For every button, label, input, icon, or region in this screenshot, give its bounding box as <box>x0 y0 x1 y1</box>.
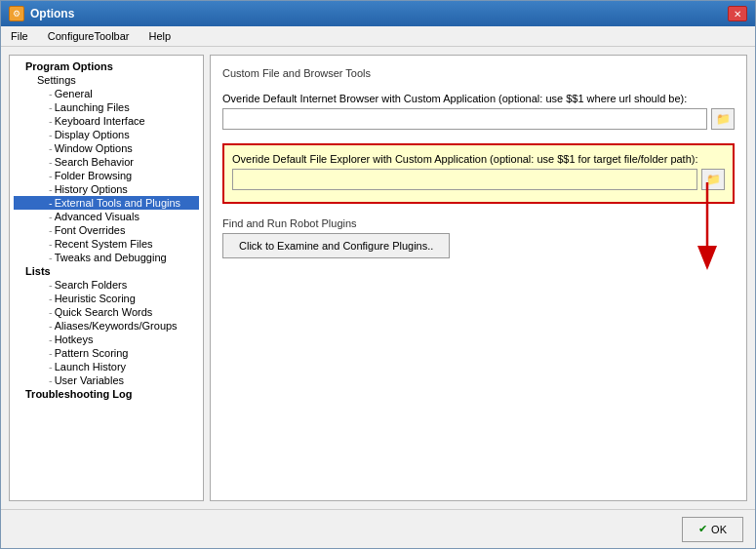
menu-configure-toolbar[interactable]: ConfigureToolbar <box>42 28 136 44</box>
sidebar-item-aliases-keywords[interactable]: -Aliases/Keywords/Groups <box>14 319 199 333</box>
file-explorer-input-row: 📁 <box>232 169 725 190</box>
sidebar-item-advanced-visuals[interactable]: -Advanced Visuals <box>14 210 199 223</box>
browse-icon: 📁 <box>716 112 731 126</box>
browser-browse-button[interactable]: 📁 <box>711 108 735 130</box>
sidebar-item-program-options[interactable]: Program Options <box>14 59 199 73</box>
ok-check-icon: ✔ <box>698 523 707 535</box>
footer: ✔ OK <box>1 509 755 548</box>
window-icon: ⚙ <box>9 6 24 21</box>
browser-input[interactable] <box>222 108 707 130</box>
sidebar-item-troubleshooting[interactable]: Troubleshooting Log <box>14 387 199 401</box>
sidebar-item-keyboard-interface[interactable]: -Keyboard Interface <box>14 114 199 128</box>
window-title: Options <box>30 7 74 20</box>
plugins-button[interactable]: Click to Examine and Configure Plugins.. <box>222 233 450 258</box>
sidebar-item-external-tools[interactable]: -External Tools and Plugins <box>14 196 199 210</box>
browser-tool-section: Overide Default Internet Browser with Cu… <box>222 93 735 134</box>
ok-button[interactable]: ✔ OK <box>682 517 743 542</box>
file-explorer-browse-button[interactable]: 📁 <box>701 169 725 190</box>
sidebar-item-pattern-scoring[interactable]: -Pattern Scoring <box>14 346 199 360</box>
main-content: Program Options Settings -General -Launc… <box>1 47 755 509</box>
browse-icon-2: 📁 <box>706 173 721 186</box>
sidebar-item-folder-browsing[interactable]: -Folder Browsing <box>14 169 199 182</box>
sidebar-item-search-folders[interactable]: -Search Folders <box>14 278 199 292</box>
browser-label: Overide Default Internet Browser with Cu… <box>222 93 735 104</box>
sidebar-item-tweaks-debugging[interactable]: -Tweaks and Debugging <box>14 251 199 264</box>
browser-input-row: 📁 <box>222 108 735 130</box>
sidebar-item-history-options[interactable]: -History Options <box>14 182 199 196</box>
main-window: ⚙ Options ✕ File ConfigureToolbar Help P… <box>0 0 756 549</box>
menu-bar: File ConfigureToolbar Help <box>1 26 755 47</box>
sidebar-item-search-behavior[interactable]: -Search Behavior <box>14 155 199 169</box>
ok-label: OK <box>711 524 727 535</box>
title-controls: ✕ <box>728 6 747 21</box>
sidebar-item-display-options[interactable]: -Display Options <box>14 128 199 141</box>
sidebar-item-settings[interactable]: Settings <box>14 73 199 87</box>
close-button[interactable]: ✕ <box>728 6 747 21</box>
sidebar-item-heuristic-scoring[interactable]: -Heuristic Scoring <box>14 292 199 305</box>
sidebar-item-user-variables[interactable]: -User Variables <box>14 373 199 387</box>
plugins-title: Find and Run Robot Plugins <box>222 217 735 229</box>
right-panel: Custom File and Browser Tools Overide De… <box>210 55 747 501</box>
title-bar: ⚙ Options ✕ <box>1 1 755 26</box>
menu-file[interactable]: File <box>5 28 34 44</box>
sidebar-item-launching-files[interactable]: -Launching Files <box>14 100 199 114</box>
section-title: Custom File and Browser Tools <box>222 67 735 79</box>
sidebar-item-launch-history[interactable]: -Launch History <box>14 360 199 373</box>
plugins-section: Find and Run Robot Plugins Click to Exam… <box>222 217 735 258</box>
sidebar: Program Options Settings -General -Launc… <box>9 55 204 501</box>
title-bar-left: ⚙ Options <box>9 6 74 21</box>
sidebar-item-quick-search-words[interactable]: -Quick Search Words <box>14 305 199 319</box>
menu-help[interactable]: Help <box>143 28 178 44</box>
file-explorer-input[interactable] <box>232 169 697 190</box>
sidebar-item-recent-system-files[interactable]: -Recent System Files <box>14 237 199 251</box>
file-explorer-section: Overide Default File Explorer with Custo… <box>222 143 735 204</box>
sidebar-item-window-options[interactable]: -Window Options <box>14 141 199 155</box>
sidebar-item-hotkeys[interactable]: -Hotkeys <box>14 333 199 346</box>
sidebar-item-lists[interactable]: Lists <box>14 264 199 278</box>
sidebar-item-font-overrides[interactable]: -Font Overrides <box>14 223 199 237</box>
sidebar-item-general[interactable]: -General <box>14 87 199 100</box>
file-explorer-label: Overide Default File Explorer with Custo… <box>232 153 725 165</box>
